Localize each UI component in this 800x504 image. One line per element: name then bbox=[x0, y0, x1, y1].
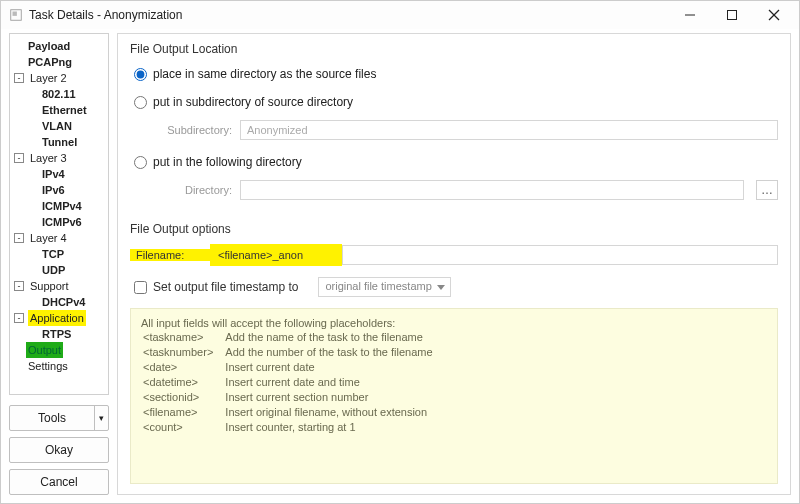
caret-down-icon[interactable]: ▾ bbox=[94, 406, 108, 430]
tree-item-ipv6[interactable]: IPv6 bbox=[12, 182, 106, 198]
tree-item-label: 802.11 bbox=[40, 86, 78, 102]
placeholder-desc: Insert current section number bbox=[225, 391, 442, 404]
tree-item-layer-2[interactable]: -Layer 2 bbox=[12, 70, 106, 86]
placeholder-help-row: <taskname>Add the name of the task to th… bbox=[143, 331, 443, 344]
placeholder-key: <date> bbox=[143, 361, 223, 374]
placeholder-desc: Insert current date bbox=[225, 361, 442, 374]
tree-item-label: PCAPng bbox=[26, 54, 74, 70]
tree-item-ethernet[interactable]: Ethernet bbox=[12, 102, 106, 118]
tools-button[interactable]: Tools ▾ bbox=[9, 405, 109, 431]
window-title: Task Details - Anonymization bbox=[29, 8, 669, 22]
placeholder-desc: Insert original filename, without extens… bbox=[225, 406, 442, 419]
tree-item-label: Layer 3 bbox=[28, 150, 69, 166]
tree-item-ipv4[interactable]: IPv4 bbox=[12, 166, 106, 182]
radio-same-directory-input[interactable] bbox=[134, 68, 147, 81]
tree-item-vlan[interactable]: VLAN bbox=[12, 118, 106, 134]
timestamp-select-value: original file timestamp bbox=[325, 280, 431, 292]
placeholder-help-row: <tasknumber>Add the number of the task t… bbox=[143, 346, 443, 359]
placeholder-help-table: <taskname>Add the name of the task to th… bbox=[141, 329, 445, 436]
tree-item-label: RTPS bbox=[40, 326, 73, 342]
radio-following-directory-input[interactable] bbox=[134, 156, 147, 169]
subdirectory-label: Subdirectory: bbox=[158, 124, 232, 136]
sidebar: PayloadPCAPng-Layer 2802.11EthernetVLANT… bbox=[9, 33, 109, 495]
radio-subdirectory[interactable]: put in subdirectory of source directory bbox=[134, 92, 778, 112]
placeholder-key: <taskname> bbox=[143, 331, 223, 344]
timestamp-checkbox[interactable] bbox=[134, 281, 147, 294]
app-icon bbox=[9, 8, 23, 22]
placeholder-help-row: <sectionid>Insert current section number bbox=[143, 391, 443, 404]
tree-item-label: VLAN bbox=[40, 118, 74, 134]
tree-item-label: Output bbox=[26, 342, 63, 358]
radio-same-directory[interactable]: place in same directory as the source fi… bbox=[134, 64, 778, 84]
radio-subdirectory-label: put in subdirectory of source directory bbox=[153, 95, 353, 109]
tree-item-label: TCP bbox=[40, 246, 66, 262]
tree-item-rtps[interactable]: RTPS bbox=[12, 326, 106, 342]
tree-toggle-icon[interactable]: - bbox=[14, 73, 24, 83]
cancel-button-label: Cancel bbox=[40, 475, 77, 489]
radio-subdirectory-input[interactable] bbox=[134, 96, 147, 109]
tree-item-output[interactable]: Output bbox=[12, 342, 106, 358]
close-button[interactable] bbox=[753, 1, 795, 29]
cancel-button[interactable]: Cancel bbox=[9, 469, 109, 495]
placeholder-help-row: <datetime>Insert current date and time bbox=[143, 376, 443, 389]
placeholder-desc: Insert counter, starting at 1 bbox=[225, 421, 442, 434]
tree-item-label: Ethernet bbox=[40, 102, 89, 118]
tree-item-label: Application bbox=[28, 310, 86, 326]
file-output-options-title: File Output options bbox=[130, 222, 778, 236]
filename-row: Filename: bbox=[130, 244, 778, 266]
tree-item-icmpv6[interactable]: ICMPv6 bbox=[12, 214, 106, 230]
filename-label: Filename: bbox=[130, 249, 210, 261]
tree-item-pcapng[interactable]: PCAPng bbox=[12, 54, 106, 70]
svg-rect-1 bbox=[13, 12, 17, 16]
placeholder-desc: Add the number of the task to the filena… bbox=[225, 346, 442, 359]
tree-item-icmpv4[interactable]: ICMPv4 bbox=[12, 198, 106, 214]
tree-item-payload[interactable]: Payload bbox=[12, 38, 106, 54]
subdirectory-input[interactable] bbox=[240, 120, 778, 140]
task-details-window: Task Details - Anonymization PayloadPCAP… bbox=[0, 0, 800, 504]
titlebar: Task Details - Anonymization bbox=[1, 1, 799, 29]
settings-tree[interactable]: PayloadPCAPng-Layer 2802.11EthernetVLANT… bbox=[9, 33, 109, 395]
radio-following-directory[interactable]: put in the following directory bbox=[134, 152, 778, 172]
placeholder-desc: Insert current date and time bbox=[225, 376, 442, 389]
tree-item-support[interactable]: -Support bbox=[12, 278, 106, 294]
placeholder-key: <filename> bbox=[143, 406, 223, 419]
tree-item-label: ICMPv4 bbox=[40, 198, 84, 214]
tree-item-dhcpv4[interactable]: DHCPv4 bbox=[12, 294, 106, 310]
tree-item-802-11[interactable]: 802.11 bbox=[12, 86, 106, 102]
placeholder-help-intro: All input fields will accept the followi… bbox=[141, 317, 767, 329]
tree-item-label: IPv4 bbox=[40, 166, 67, 182]
filename-input-extension[interactable] bbox=[342, 245, 778, 265]
tree-item-layer-4[interactable]: -Layer 4 bbox=[12, 230, 106, 246]
tree-toggle-icon[interactable]: - bbox=[14, 153, 24, 163]
browse-directory-button[interactable]: … bbox=[756, 180, 778, 200]
tree-item-tunnel[interactable]: Tunnel bbox=[12, 134, 106, 150]
placeholder-key: <sectionid> bbox=[143, 391, 223, 404]
tree-item-label: Layer 4 bbox=[28, 230, 69, 246]
tree-item-label: ICMPv6 bbox=[40, 214, 84, 230]
tree-toggle-icon[interactable]: - bbox=[14, 233, 24, 243]
tree-item-layer-3[interactable]: -Layer 3 bbox=[12, 150, 106, 166]
tree-item-settings[interactable]: Settings bbox=[12, 358, 106, 374]
placeholder-help-panel: All input fields will accept the followi… bbox=[130, 308, 778, 484]
tools-button-label: Tools bbox=[38, 411, 66, 425]
okay-button[interactable]: Okay bbox=[9, 437, 109, 463]
placeholder-desc: Add the name of the task to the filename bbox=[225, 331, 442, 344]
placeholder-key: <datetime> bbox=[143, 376, 223, 389]
tree-toggle-icon[interactable]: - bbox=[14, 281, 24, 291]
tree-item-label: Settings bbox=[26, 358, 70, 374]
tree-item-label: Layer 2 bbox=[28, 70, 69, 86]
file-output-location-title: File Output Location bbox=[130, 42, 778, 56]
minimize-button[interactable] bbox=[669, 1, 711, 29]
maximize-button[interactable] bbox=[711, 1, 753, 29]
timestamp-select[interactable]: original file timestamp bbox=[318, 277, 450, 297]
directory-input[interactable] bbox=[240, 180, 744, 200]
tree-item-udp[interactable]: UDP bbox=[12, 262, 106, 278]
tree-item-tcp[interactable]: TCP bbox=[12, 246, 106, 262]
tree-item-label: Support bbox=[28, 278, 71, 294]
placeholder-key: <count> bbox=[143, 421, 223, 434]
tree-toggle-icon[interactable]: - bbox=[14, 313, 24, 323]
tree-item-application[interactable]: -Application bbox=[12, 310, 106, 326]
placeholder-help-row: <count>Insert counter, starting at 1 bbox=[143, 421, 443, 434]
filename-input[interactable] bbox=[216, 248, 336, 262]
okay-button-label: Okay bbox=[45, 443, 73, 457]
